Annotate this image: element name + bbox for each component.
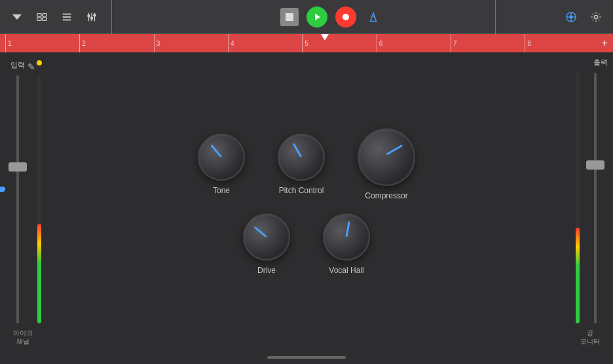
svg-rect-6 xyxy=(63,16,71,18)
input-label-row: 입력 ✎ xyxy=(10,60,35,73)
pitch-control-knob[interactable] xyxy=(278,134,325,181)
knobs-row-1: Tone Pitch Control Compressor xyxy=(198,128,415,200)
toolbar-right xyxy=(562,8,605,26)
tone-knob[interactable] xyxy=(198,134,245,181)
output-label: 출력 xyxy=(593,58,608,67)
ruler-mark-1: 1 xyxy=(5,34,79,52)
svg-point-16 xyxy=(343,14,349,20)
pitch-control-knob-container: Pitch Control xyxy=(278,134,325,195)
pitch-knob-indicator xyxy=(293,143,303,157)
svg-point-25 xyxy=(594,15,597,18)
mixer-icon[interactable] xyxy=(83,8,101,26)
right-channel-label-bottom: 공 모니터 xyxy=(580,329,600,346)
dropdown-button[interactable] xyxy=(8,8,26,26)
knobs-row-2: Drive Vocal Hall xyxy=(243,213,370,275)
left-channel-strip: 입력 ✎ 마이크 채널 xyxy=(0,52,46,351)
tone-knob-container: Tone xyxy=(198,134,245,195)
ruler-marks: 1 2 3 4 5 6 7 8 xyxy=(5,34,599,52)
svg-marker-17 xyxy=(371,12,377,21)
left-fader-handle[interactable] xyxy=(9,162,27,172)
right-fader-handle[interactable] xyxy=(586,160,604,170)
svg-marker-0 xyxy=(12,14,22,20)
left-fader-track xyxy=(16,75,19,323)
compressor-knob-container: Compressor xyxy=(358,128,415,200)
svg-marker-15 xyxy=(315,14,320,20)
smart-tempo-icon[interactable] xyxy=(562,8,580,26)
settings-icon[interactable] xyxy=(587,8,605,26)
input-label: 입력 xyxy=(10,60,25,70)
metronome-icon[interactable] xyxy=(364,8,382,26)
right-fader-vu xyxy=(572,70,608,326)
compressor-knob-indicator xyxy=(386,145,403,156)
svg-point-20 xyxy=(569,15,572,18)
svg-point-13 xyxy=(93,14,96,17)
compressor-label: Compressor xyxy=(365,191,407,200)
input-icon: ✎ xyxy=(28,62,35,72)
right-fader[interactable] xyxy=(582,73,608,323)
ruler-mark-7: 7 xyxy=(451,34,525,52)
drive-knob-indicator xyxy=(254,226,267,238)
toolbar xyxy=(0,0,613,34)
svg-rect-14 xyxy=(286,13,293,21)
left-vu-meter xyxy=(37,75,41,323)
pitch-control-label: Pitch Control xyxy=(279,186,324,195)
left-fader-vu xyxy=(5,73,41,326)
tone-knob-indicator xyxy=(210,145,222,158)
phone-frame: 1 2 3 4 5 6 7 8 + 입력 ✎ xyxy=(0,0,613,364)
drive-knob[interactable] xyxy=(243,213,290,261)
home-bar xyxy=(267,356,346,359)
vocal-hall-label: Vocal Hall xyxy=(329,266,363,275)
left-channel-label-bottom: 마이크 채널 xyxy=(13,329,33,346)
stop-button[interactable] xyxy=(280,8,299,26)
vocal-hall-knob-indicator xyxy=(346,221,350,237)
ruler-mark-3: 3 xyxy=(154,34,228,52)
ruler-mark-5: 5 xyxy=(302,34,376,52)
svg-point-12 xyxy=(90,16,94,20)
main-content: 입력 ✎ 마이크 채널 xyxy=(0,52,613,351)
vocal-hall-knob-container: Vocal Hall xyxy=(323,213,370,275)
playhead[interactable] xyxy=(321,34,329,41)
svg-rect-7 xyxy=(63,19,71,20)
svg-rect-5 xyxy=(63,13,71,14)
compressor-knob[interactable] xyxy=(358,128,415,186)
svg-rect-3 xyxy=(37,17,41,20)
vocal-hall-knob[interactable] xyxy=(323,213,370,261)
right-channel-strip: 출력 공 모니터 xyxy=(567,52,613,351)
toolbar-center xyxy=(107,7,555,27)
left-fader[interactable] xyxy=(5,75,31,323)
right-fader-track xyxy=(594,73,597,323)
ruler-mark-8: 8 xyxy=(525,34,599,52)
knobs-area: Tone Pitch Control Compressor xyxy=(46,52,567,351)
play-button[interactable] xyxy=(306,7,327,27)
toolbar-left xyxy=(8,8,101,26)
right-vu-meter xyxy=(576,73,580,323)
output-label-row: 출력 xyxy=(567,58,613,70)
svg-rect-1 xyxy=(37,13,41,16)
record-button[interactable] xyxy=(335,7,356,27)
home-indicator xyxy=(0,351,613,364)
input-active-indicator xyxy=(37,60,42,65)
svg-point-11 xyxy=(87,14,90,17)
track-view-icon[interactable] xyxy=(33,8,51,26)
timeline-ruler[interactable]: 1 2 3 4 5 6 7 8 + xyxy=(0,34,613,52)
right-vu-fill xyxy=(576,228,580,323)
drive-knob-container: Drive xyxy=(243,213,290,275)
svg-rect-2 xyxy=(43,13,46,16)
ruler-mark-6: 6 xyxy=(377,34,451,52)
add-track-button[interactable]: + xyxy=(602,37,608,49)
drive-label: Drive xyxy=(257,266,276,275)
ruler-mark-4: 4 xyxy=(228,34,302,52)
svg-rect-4 xyxy=(43,17,46,20)
left-vu-fill xyxy=(37,224,41,323)
ruler-mark-2: 2 xyxy=(79,34,153,52)
tone-label: Tone xyxy=(213,186,230,195)
list-icon[interactable] xyxy=(58,8,76,26)
